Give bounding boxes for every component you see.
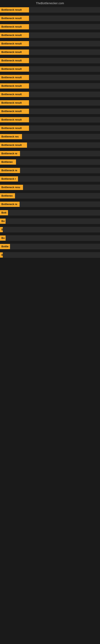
list-item: B [0,226,100,234]
bar-track [6,235,100,241]
bar-track [22,134,100,140]
bar-track [29,100,100,106]
bar-track [20,202,100,207]
bar-track [29,126,100,131]
bar-track [6,218,100,224]
bar-track [20,168,100,173]
list-item: Bottleneck result [0,65,100,73]
bar-track [23,184,100,190]
list-item: Bottleneck result [0,56,100,65]
bottleneck-label[interactable]: Bottleneck result [0,50,29,55]
list-item: Bottleneck result [0,48,100,56]
bar-track [29,92,100,97]
bottleneck-label[interactable]: Bottleneck result [0,16,29,21]
bottleneck-label[interactable]: Bottleneck result [0,92,29,97]
list-item: Bottleneck res [0,132,100,141]
bottleneck-label[interactable]: Bottleneck result [0,100,29,106]
list-item: Bottleneck result [0,14,100,22]
bar-track [29,58,100,64]
list-item: Bo [0,217,100,226]
bottleneck-label[interactable]: Bottlenec [0,193,15,198]
list-item: Bottleneck re [0,200,100,208]
bottleneck-label[interactable]: Bottleneck result [0,117,29,122]
bar-track [29,49,100,55]
list-item: Bott [0,208,100,217]
list-item: Bottleneck result [0,31,100,40]
bottleneck-label[interactable]: Bottleneck result [0,41,29,46]
bottleneck-label[interactable]: B [0,227,3,232]
bar-track [29,75,100,80]
list-item: Bottleneck re [0,149,100,158]
bar-track [20,151,100,156]
list-item: Bottleneck result [0,6,100,14]
bottleneck-label[interactable]: Bottleneck result [0,7,29,12]
list-item: Bottleneck result [0,98,100,107]
list-item: Bottleneck result [0,116,100,124]
list-item: Bottleneck r [0,175,100,183]
list-item: Bottlenec [0,158,100,166]
bottleneck-label[interactable]: Bottleneck result [0,126,29,131]
bar-track [18,176,100,182]
bottleneck-label[interactable]: Bottleneck result [0,58,29,63]
bottleneck-label[interactable]: Bottleneck result [0,142,27,148]
list-item: Bottleneck result [0,40,100,48]
list-item: Bottleneck result [0,141,100,149]
bar-track [8,210,100,216]
site-header: TheBottlenecker.com [0,0,100,6]
bar-track [29,41,100,46]
list-item: Bottleneck result [0,22,100,31]
bottleneck-label[interactable]: Bottleneck re [0,151,20,156]
bar-track [29,83,100,89]
bottleneck-label[interactable]: Bottleneck re [0,202,20,207]
bottleneck-label[interactable]: Bo [0,236,6,241]
bar-track [29,7,100,13]
list-item: Bottlenec [0,192,100,200]
bar-track [29,16,100,21]
bar-track [15,193,100,199]
bar-track [29,108,100,114]
bottleneck-label[interactable]: Bo [0,218,6,224]
bottleneck-label[interactable]: Bottleneck res [0,134,22,139]
list-item: Bottleneck result [0,90,100,98]
list-item: Bottleneck result [0,124,100,132]
bar-track [3,227,100,232]
bar-track [27,142,100,148]
bottleneck-label[interactable]: Bottleneck result [0,24,29,30]
list-item: Bottleneck result [0,82,100,90]
bar-track [29,32,100,38]
bottleneck-label[interactable]: Bottleneck resu [0,185,23,190]
list-item: Bottle [0,242,100,251]
bar-track [29,24,100,30]
bottleneck-label[interactable]: Bottleneck result [0,109,29,114]
list-item: Bottleneck resu [0,183,100,192]
bottleneck-label[interactable]: Bottleneck result [0,83,29,88]
bottleneck-label[interactable]: Bottleneck r [0,176,18,182]
bottleneck-label[interactable]: Bottleneck re [0,168,20,173]
site-title: TheBottlenecker.com [36,2,64,5]
bar-track [29,66,100,72]
bottleneck-label[interactable]: B [0,252,3,258]
bottleneck-label[interactable]: Bottlenec [0,160,16,164]
bar-track [3,252,100,258]
bottleneck-label[interactable]: Bottleneck result [0,75,29,80]
bar-track [10,244,100,249]
bottleneck-label[interactable]: Bottle [0,244,10,249]
bottleneck-label[interactable]: Bott [0,210,8,215]
list-item: Bottleneck result [0,107,100,116]
bar-track [29,117,100,122]
list-item: Bottleneck re [0,166,100,175]
bar-track [16,159,100,165]
bottleneck-label[interactable]: Bottleneck result [0,32,29,38]
bottleneck-label[interactable]: Bottleneck result [0,66,29,72]
list-item: B [0,251,100,259]
list-item: Bottleneck result [0,73,100,82]
list-item: Bo [0,234,100,242]
bottleneck-list: Bottleneck resultBottleneck resultBottle… [0,6,100,259]
